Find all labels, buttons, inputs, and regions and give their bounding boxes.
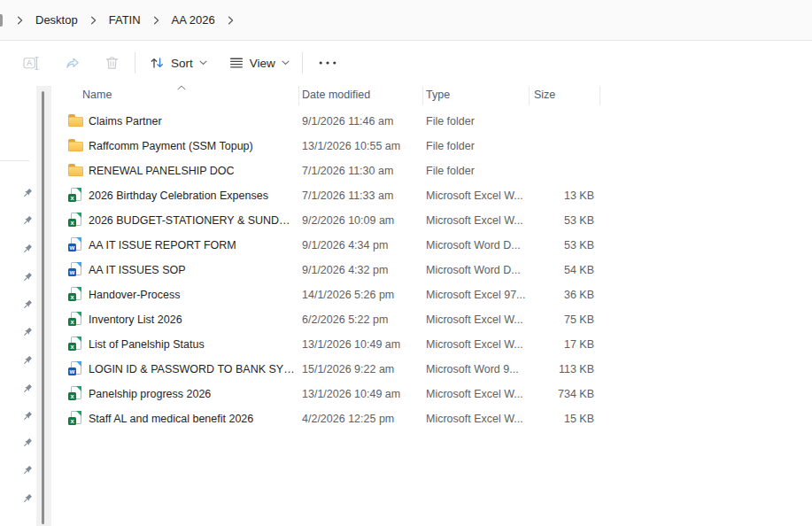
sort-button[interactable]: Sort xyxy=(144,48,213,78)
file-type: Microsoft Excel W... xyxy=(426,332,523,357)
column-divider[interactable] xyxy=(298,86,299,105)
file-row[interactable]: wAA IT ISSUE REPORT FORM9/1/2026 4:34 pm… xyxy=(51,233,812,258)
file-size: 75 KB xyxy=(530,307,594,332)
file-name: 2026 BUDGET-STATIONERY & SUNDRY IT... xyxy=(89,208,298,233)
file-row[interactable]: Claims Partner9/1/2026 11:46 amFile fold… xyxy=(51,109,812,134)
file-row[interactable]: x2026 BUDGET-STATIONERY & SUNDRY IT...9/… xyxy=(51,208,812,233)
pin-icon[interactable] xyxy=(21,465,34,477)
chevron-down-icon xyxy=(282,60,290,66)
file-date-modified: 9/2/2026 10:09 am xyxy=(302,208,394,233)
file-row[interactable]: xPanelship progress 202613/1/2026 10:49 … xyxy=(51,382,812,406)
excel-file-icon: x xyxy=(68,188,82,202)
file-row[interactable]: wAA IT ISSUES SOP9/1/2026 4:32 pmMicroso… xyxy=(51,258,812,282)
pin-icon[interactable] xyxy=(21,327,34,339)
file-name: Inventory List 2026 xyxy=(89,307,182,332)
sort-button-label: Sort xyxy=(171,57,193,70)
column-divider[interactable] xyxy=(422,86,423,105)
column-header-size[interactable]: Size xyxy=(534,89,555,101)
nav-scrollbar-thumb[interactable] xyxy=(42,91,44,524)
column-divider[interactable] xyxy=(599,86,600,105)
file-size: 53 KB xyxy=(530,208,594,233)
file-name: Staff AL and medical benefit 2026 xyxy=(89,406,253,431)
excel-file-icon: x xyxy=(68,213,82,227)
pin-icon[interactable] xyxy=(21,437,34,450)
file-row[interactable]: RENEWAL PANELSHIP DOC7/1/2026 11:30 amFi… xyxy=(51,159,812,183)
breadcrumb-item-aa-2026[interactable]: AA 2026 xyxy=(166,9,221,31)
column-header-date-modified[interactable]: Date modified xyxy=(302,89,370,101)
chevron-right-icon[interactable] xyxy=(221,12,240,28)
excel-file-icon: x xyxy=(68,336,82,351)
file-type: File folder xyxy=(426,159,475,183)
file-size xyxy=(530,109,594,134)
excel-file-icon: x xyxy=(68,312,82,326)
share-button[interactable] xyxy=(59,48,86,78)
nav-scrollbar[interactable] xyxy=(36,86,51,526)
file-size: 13 KB xyxy=(530,183,594,208)
file-type: Microsoft Word 9... xyxy=(426,357,519,382)
pin-icon[interactable] xyxy=(21,215,34,228)
trash-icon xyxy=(105,56,119,70)
breadcrumb-item-fatin[interactable]: FATIN xyxy=(103,9,147,31)
file-date-modified: 15/1/2026 9:22 am xyxy=(302,357,394,382)
file-size: 54 KB xyxy=(530,258,594,282)
rename-button[interactable]: A xyxy=(18,48,45,78)
pin-icon[interactable] xyxy=(21,188,34,200)
column-header-type[interactable]: Type xyxy=(426,89,450,101)
view-button-label: View xyxy=(250,57,275,70)
pin-icon[interactable] xyxy=(21,493,34,506)
word-file-icon: w xyxy=(68,262,82,276)
file-type: Microsoft Excel W... xyxy=(426,382,523,406)
file-explorer-window: Desktop FATIN AA 2026 A xyxy=(0,0,812,526)
breadcrumb-item-desktop[interactable]: Desktop xyxy=(29,9,84,31)
excel-file-icon: x xyxy=(68,386,82,400)
column-divider[interactable] xyxy=(529,86,530,105)
file-name: AA IT ISSUE REPORT FORM xyxy=(89,233,236,258)
column-header-name[interactable]: Name xyxy=(82,89,112,101)
more-options-button[interactable] xyxy=(313,48,342,78)
pin-icon[interactable] xyxy=(21,411,34,423)
navigation-pane xyxy=(0,84,51,526)
pin-icon[interactable] xyxy=(21,355,34,367)
file-row[interactable]: xHandover-Process14/1/2026 5:26 pmMicros… xyxy=(51,282,812,307)
file-row[interactable]: xInventory List 20266/2/2026 5:22 pmMicr… xyxy=(51,307,812,332)
file-row[interactable]: x2026 Birthday Celebration Expenses7/1/2… xyxy=(51,183,812,208)
file-date-modified: 9/1/2026 11:46 am xyxy=(302,109,393,134)
file-size: 53 KB xyxy=(530,233,594,258)
file-size: 36 KB xyxy=(530,282,594,307)
file-date-modified: 7/1/2026 11:30 am xyxy=(302,159,393,183)
folder-icon xyxy=(68,164,83,177)
delete-button[interactable] xyxy=(100,48,124,78)
file-type: File folder xyxy=(426,134,475,159)
share-icon xyxy=(65,56,81,70)
file-size: 17 KB xyxy=(530,332,594,357)
excel-file-icon: x xyxy=(68,287,82,301)
rename-icon: A xyxy=(23,56,40,71)
file-date-modified: 9/1/2026 4:32 pm xyxy=(302,258,388,282)
file-row[interactable]: Raffcomm Payment (SSM Topup)13/1/2026 10… xyxy=(51,134,812,159)
svg-text:A: A xyxy=(27,58,32,67)
file-row[interactable]: xStaff AL and medical benefit 20264/2/20… xyxy=(51,406,812,431)
command-bar: A xyxy=(0,42,812,84)
word-file-icon: w xyxy=(68,361,82,375)
view-button[interactable]: View xyxy=(225,48,295,78)
chevron-right-icon[interactable] xyxy=(11,12,29,28)
chevron-right-icon[interactable] xyxy=(147,12,166,28)
column-header-row: Name Date modified Type Size xyxy=(51,84,812,107)
file-row[interactable]: xList of Panelship Status13/1/2026 10:49… xyxy=(51,332,812,357)
file-date-modified: 4/2/2026 12:25 pm xyxy=(302,406,394,431)
pin-icon[interactable] xyxy=(21,244,34,256)
file-type: Microsoft Excel 97... xyxy=(426,282,525,307)
file-size: 734 KB xyxy=(530,382,594,406)
file-name: AA IT ISSUES SOP xyxy=(89,258,186,282)
ellipsis-icon xyxy=(319,61,336,65)
pin-icon[interactable] xyxy=(21,272,34,284)
file-name: Claims Partner xyxy=(89,109,162,134)
file-date-modified: 14/1/2026 5:26 pm xyxy=(302,282,394,307)
pin-icon[interactable] xyxy=(21,299,34,312)
word-file-icon: w xyxy=(68,237,82,251)
file-row[interactable]: wLOGIN ID & PASSWORD TO BANK SYSTEM15/1/… xyxy=(51,357,812,382)
sort-arrows-icon xyxy=(150,56,165,70)
pin-icon[interactable] xyxy=(21,383,34,396)
chevron-right-icon[interactable] xyxy=(84,12,103,28)
file-type: Microsoft Excel W... xyxy=(426,307,523,332)
